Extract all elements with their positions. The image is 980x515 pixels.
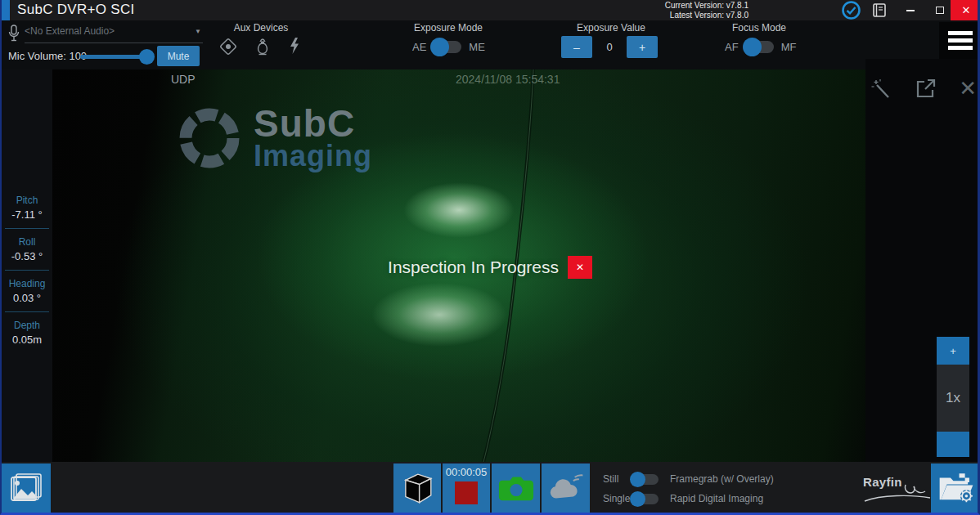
maximize-button[interactable] [926,0,954,20]
rayfin-logo: Rayfin [863,475,932,504]
stop-recording-button[interactable]: 00:00:05 [443,464,490,513]
mic-volume-slider[interactable] [80,55,147,59]
focus-manual-label: MF [781,41,797,53]
camera-icon [498,475,534,501]
audio-source-value: <No External Audio> [25,25,115,37]
depth-value: 0.05m [2,334,52,346]
heading-value: 0.03 ° [2,292,52,304]
subc-imaging-watermark: SubC Imaging [175,104,372,172]
pitch-label: Pitch [2,195,52,206]
title-bar: SubC DVR+O SCI Current Version: v7.8.1 L… [2,0,978,20]
exposure-auto-label: AE [412,41,426,53]
video-timestamp: 2024/11/08 15:54:31 [456,73,560,86]
capture-mode-toggles: Still Framegrab (w/ Overlay) Single Rapi… [603,469,774,508]
zoom-level-value: 1x [946,390,960,406]
focus-mode-toggle-knob [743,38,762,56]
rayfin-logo-text: Rayfin [863,475,902,489]
microphone-icon [7,25,20,43]
file-settings-button[interactable] [931,464,980,513]
cloud-upload-button[interactable] [542,464,590,513]
minimize-button[interactable] [897,0,924,20]
inspection-status-message: Inspection In Progress [388,258,559,277]
stop-inspection-button[interactable]: ✕ [568,256,592,279]
telemetry-pitch: Pitch -7.11 ° [2,187,52,221]
exposure-decrease-button[interactable]: – [561,36,592,58]
focus-mode-toggle[interactable] [746,41,774,53]
mute-button[interactable]: Mute [157,46,200,66]
telemetry-roll: Roll -0.53 ° [2,229,52,262]
single-mode-label: Single [603,493,632,504]
heading-label: Heading [2,278,52,289]
exposure-value-label: Exposure Value [546,22,677,34]
folder-gear-icon [937,472,975,504]
maximize-icon [936,7,944,14]
audio-source-dropdown[interactable]: <No External Audio> ▼ [25,25,203,43]
close-window-button[interactable]: ✕ [951,0,980,20]
exposure-value: 0 [592,41,627,53]
zoom-out-button[interactable] [937,432,969,457]
pop-out-window-icon[interactable] [914,77,937,100]
strobe-device-icon[interactable] [288,37,301,56]
zoom-control: + 1x [937,337,969,457]
single-rapid-toggle[interactable] [632,494,659,504]
close-stream-icon[interactable]: ✕ [959,78,977,99]
exposure-mode-toggle[interactable] [434,41,461,53]
3d-model-button[interactable] [393,464,441,513]
media-gallery-button[interactable] [2,464,51,513]
mic-volume-slider-thumb[interactable] [139,49,155,65]
hamburger-icon [948,31,973,35]
enhance-wand-icon[interactable] [870,78,892,100]
aperture-icon [175,104,244,172]
recording-elapsed-time: 00:00:05 [446,466,488,478]
depth-label: Depth [2,320,52,331]
focus-mode-label: Focus Mode [694,22,825,34]
update-check-icon[interactable] [841,0,861,20]
log-book-icon[interactable] [871,2,888,18]
telemetry-sidebar: Pitch -7.11 ° Roll -0.53 ° Heading 0.03 … [2,69,52,462]
still-framegrab-toggle[interactable] [632,474,659,485]
app-title: SubC DVR+O SCI [17,2,135,18]
roll-label: Roll [2,236,52,248]
video-feed: UDP 2024/11/08 15:54:31 SubC Imaging Ins… [52,69,865,462]
zoom-in-button[interactable]: + [937,337,969,365]
stop-recording-icon [455,481,478,504]
current-version-text: Current Version: v7.8.1 [665,1,748,11]
cube-icon [398,468,436,508]
roll-value: -0.53 ° [2,250,52,262]
still-mode-label: Still [603,473,632,485]
pitch-value: -7.11 ° [2,208,52,221]
laser-device-icon[interactable] [219,38,237,56]
telemetry-depth: Depth 0.05m [2,312,52,346]
exposure-mode-label: Exposure Mode [383,22,514,34]
mic-volume-label: Mic Volume: 100 [8,50,87,62]
capture-still-button[interactable] [492,464,540,513]
latest-version-text: Latest Version: v7.8.0 [665,11,748,20]
app-window: SubC DVR+O SCI Current Version: v7.8.1 L… [0,0,980,515]
framegrab-mode-label: Framegrab (w/ Overlay) [670,473,774,485]
telemetry-heading: Heading 0.03 ° [2,271,52,304]
app-accent-mark [2,0,10,20]
aux-devices-label: Aux Devices [196,22,326,34]
lamp-device-icon[interactable] [256,37,269,56]
cloud-wifi-icon [547,473,585,503]
main-menu-button[interactable] [939,22,980,59]
minimize-icon [906,10,915,11]
exposure-mode-toggle-knob [430,38,449,56]
zoom-level-track[interactable]: 1x [937,365,969,432]
bottom-toolbar: 00:00:05 Still Framegrab (w/ Overlay) [2,462,980,515]
photos-icon [10,472,43,504]
exposure-manual-label: ME [469,41,485,53]
watermark-line2: Imaging [254,141,372,171]
version-info: Current Version: v7.8.1 Latest Version: … [665,0,748,20]
stream-protocol-label: UDP [171,73,196,86]
rapid-imaging-mode-label: Rapid Digital Imaging [670,493,763,504]
exposure-increase-button[interactable]: + [627,36,658,58]
focus-auto-label: AF [725,41,739,53]
top-toolbar: <No External Audio> ▼ Mic Volume: 100 Mu… [2,20,980,69]
watermark-line1: SubC [254,105,372,141]
